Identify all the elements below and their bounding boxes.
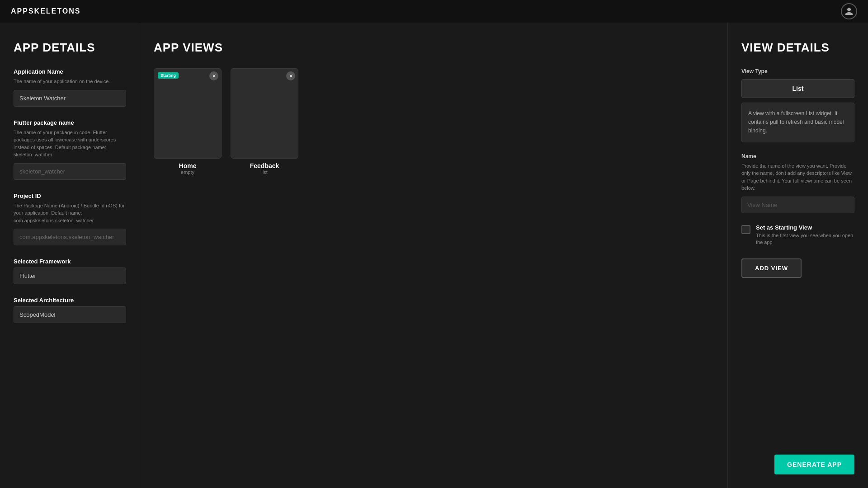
selected-framework-group: Selected Framework: [14, 258, 126, 284]
views-grid: Starting ✕ Home empty ✕ Feedback list: [154, 68, 714, 175]
view-card-feedback-type: list: [261, 169, 267, 175]
app-details-title: APP DETAILS: [14, 41, 126, 55]
starting-view-checkbox[interactable]: [741, 225, 750, 234]
selected-framework-input[interactable]: [14, 267, 126, 284]
view-details-column: VIEW DETAILS View Type List A view with …: [728, 23, 868, 488]
starting-badge-home: Starting: [158, 72, 179, 79]
view-card-feedback-name: Feedback: [250, 162, 279, 169]
flutter-package-name-group: Flutter package name The name of your pa…: [14, 119, 126, 180]
view-name-input[interactable]: [741, 197, 854, 213]
view-name-description: Provide the name of the view you want. P…: [741, 162, 854, 192]
selected-architecture-label: Selected Architecture: [14, 297, 126, 304]
starting-view-row: Set as Starting View This is the first v…: [741, 224, 854, 246]
view-card-home-type: empty: [181, 169, 194, 175]
selected-architecture-group: Selected Architecture: [14, 297, 126, 323]
project-id-group: Project ID The Package Name (Android) / …: [14, 192, 126, 246]
project-id-description: The Package Name (Android) / Bundle Id (…: [14, 202, 126, 225]
flutter-package-name-description: The name of your package in code. Flutte…: [14, 129, 126, 159]
application-name-label: Application Name: [14, 68, 126, 75]
view-name-label: Name: [741, 153, 854, 160]
view-card-home-name: Home: [179, 162, 197, 169]
app-views-column: APP VIEWS Starting ✕ Home empty ✕ Feedba…: [140, 23, 728, 488]
starting-view-description: This is the first view you see when you …: [756, 232, 854, 246]
app-logo: APPSKELETONS: [11, 7, 80, 15]
view-type-label: View Type: [741, 68, 854, 75]
flutter-package-name-label: Flutter package name: [14, 119, 126, 126]
application-name-input[interactable]: [14, 90, 126, 107]
selected-framework-label: Selected Framework: [14, 258, 126, 265]
app-views-title: APP VIEWS: [154, 41, 714, 55]
app-details-column: APP DETAILS Application Name The name of…: [0, 23, 140, 488]
generate-app-button[interactable]: GENERATE APP: [774, 455, 854, 474]
view-card-home[interactable]: Starting ✕ Home empty: [154, 68, 222, 175]
flutter-package-name-input[interactable]: [14, 163, 126, 180]
starting-view-label: Set as Starting View: [756, 224, 854, 231]
view-name-section: Name Provide the name of the view you wa…: [741, 153, 854, 213]
remove-feedback-button[interactable]: ✕: [286, 71, 295, 80]
header: APPSKELETONS: [0, 0, 868, 23]
project-id-input[interactable]: [14, 229, 126, 245]
user-icon-button[interactable]: [841, 3, 857, 19]
main-content: APP DETAILS Application Name The name of…: [0, 23, 868, 488]
view-details-title: VIEW DETAILS: [741, 41, 854, 55]
starting-view-text: Set as Starting View This is the first v…: [756, 224, 854, 246]
view-card-feedback[interactable]: ✕ Feedback list: [231, 68, 298, 175]
view-type-description: A view with a fullscreen List widget. It…: [741, 103, 854, 142]
remove-home-button[interactable]: ✕: [209, 71, 218, 80]
project-id-label: Project ID: [14, 192, 126, 199]
view-type-section: View Type List A view with a fullscreen …: [741, 68, 854, 142]
view-type-button[interactable]: List: [741, 79, 854, 98]
add-view-button[interactable]: ADD VIEW: [741, 258, 802, 278]
selected-architecture-input[interactable]: [14, 306, 126, 323]
user-icon: [844, 7, 854, 16]
view-card-home-preview: Starting ✕: [154, 68, 222, 159]
view-card-feedback-preview: ✕: [231, 68, 298, 159]
application-name-description: The name of your application on the devi…: [14, 78, 126, 85]
application-name-group: Application Name The name of your applic…: [14, 68, 126, 107]
